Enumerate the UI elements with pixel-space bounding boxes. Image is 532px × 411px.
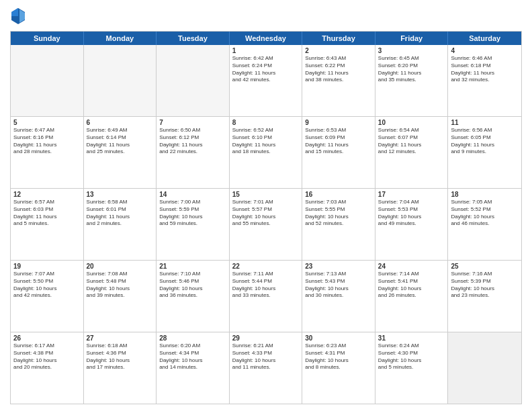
cell-text: Sunrise: 6:42 AM Sunset: 6:24 PM Dayligh… — [232, 55, 300, 84]
cell-text: Sunrise: 7:03 AM Sunset: 5:55 PM Dayligh… — [305, 199, 372, 228]
day-number: 8 — [232, 119, 300, 126]
calendar-cell: 29Sunrise: 6:21 AM Sunset: 4:33 PM Dayli… — [230, 332, 303, 404]
cell-text: Sunrise: 6:21 AM Sunset: 4:33 PM Dayligh… — [232, 342, 300, 371]
day-number: 17 — [378, 191, 445, 198]
calendar-cell: 12Sunrise: 6:57 AM Sunset: 6:03 PM Dayli… — [11, 189, 84, 260]
day-number: 15 — [232, 191, 300, 198]
calendar-cell: 6Sunrise: 6:49 AM Sunset: 6:14 PM Daylig… — [84, 117, 157, 188]
cell-text: Sunrise: 6:56 AM Sunset: 6:05 PM Dayligh… — [451, 127, 519, 156]
calendar-cell: 28Sunrise: 6:20 AM Sunset: 4:34 PM Dayli… — [157, 332, 230, 404]
calendar-cell: 19Sunrise: 7:07 AM Sunset: 5:50 PM Dayli… — [11, 261, 84, 332]
cell-text: Sunrise: 6:49 AM Sunset: 6:14 PM Dayligh… — [87, 127, 154, 156]
calendar-cell: 4Sunrise: 6:46 AM Sunset: 6:18 PM Daylig… — [448, 45, 521, 116]
day-number: 1 — [232, 47, 300, 54]
cell-text: Sunrise: 7:11 AM Sunset: 5:44 PM Dayligh… — [232, 271, 300, 300]
cell-text: Sunrise: 6:43 AM Sunset: 6:22 PM Dayligh… — [305, 55, 372, 84]
calendar-cell: 25Sunrise: 7:16 AM Sunset: 5:39 PM Dayli… — [448, 261, 521, 332]
cell-text: Sunrise: 6:58 AM Sunset: 6:01 PM Dayligh… — [87, 199, 154, 228]
cell-text: Sunrise: 6:57 AM Sunset: 6:03 PM Dayligh… — [13, 199, 81, 228]
cell-text: Sunrise: 7:01 AM Sunset: 5:57 PM Dayligh… — [232, 199, 300, 228]
calendar-cell: 13Sunrise: 6:58 AM Sunset: 6:01 PM Dayli… — [84, 189, 157, 260]
calendar-cell: 24Sunrise: 7:14 AM Sunset: 5:41 PM Dayli… — [375, 261, 449, 332]
calendar-cell: 7Sunrise: 6:50 AM Sunset: 6:12 PM Daylig… — [157, 117, 230, 188]
page: SundayMondayTuesdayWednesdayThursdayFrid… — [0, 0, 532, 411]
day-number: 10 — [378, 119, 445, 126]
day-number: 30 — [305, 334, 372, 342]
calendar-cell: 16Sunrise: 7:03 AM Sunset: 5:55 PM Dayli… — [302, 189, 375, 260]
day-number: 23 — [305, 263, 372, 270]
calendar-cell: 30Sunrise: 6:23 AM Sunset: 4:31 PM Dayli… — [302, 332, 375, 404]
calendar-cell: 8Sunrise: 6:52 AM Sunset: 6:10 PM Daylig… — [230, 117, 303, 188]
cell-text: Sunrise: 7:08 AM Sunset: 5:48 PM Dayligh… — [87, 271, 154, 300]
day-number: 20 — [87, 263, 154, 270]
weekday-header: Wednesday — [230, 32, 303, 45]
calendar-cell: 17Sunrise: 7:04 AM Sunset: 5:53 PM Dayli… — [375, 189, 449, 260]
header — [10, 7, 522, 26]
svg-marker-1 — [19, 9, 25, 23]
weekday-header: Saturday — [448, 32, 521, 45]
cell-text: Sunrise: 6:46 AM Sunset: 6:18 PM Dayligh… — [451, 55, 519, 84]
calendar-cell: 10Sunrise: 6:54 AM Sunset: 6:07 PM Dayli… — [375, 117, 449, 188]
calendar-cell: 5Sunrise: 6:47 AM Sunset: 6:16 PM Daylig… — [11, 117, 84, 188]
cell-text: Sunrise: 7:07 AM Sunset: 5:50 PM Dayligh… — [13, 271, 81, 300]
day-number: 18 — [451, 191, 519, 198]
day-number: 21 — [159, 263, 226, 270]
weekday-header: Monday — [84, 32, 157, 45]
calendar-cell — [448, 332, 521, 404]
calendar-cell: 20Sunrise: 7:08 AM Sunset: 5:48 PM Dayli… — [84, 261, 157, 332]
calendar-cell — [11, 45, 84, 116]
calendar-cell: 3Sunrise: 6:45 AM Sunset: 6:20 PM Daylig… — [375, 45, 449, 116]
day-number: 11 — [451, 119, 519, 126]
cell-text: Sunrise: 6:54 AM Sunset: 6:07 PM Dayligh… — [378, 127, 445, 156]
cell-text: Sunrise: 6:45 AM Sunset: 6:20 PM Dayligh… — [378, 55, 445, 84]
calendar-cell — [157, 45, 230, 116]
cell-text: Sunrise: 6:24 AM Sunset: 4:30 PM Dayligh… — [378, 342, 445, 371]
cell-text: Sunrise: 7:00 AM Sunset: 5:59 PM Dayligh… — [159, 199, 226, 228]
day-number: 5 — [13, 119, 81, 126]
calendar-cell: 22Sunrise: 7:11 AM Sunset: 5:44 PM Dayli… — [230, 261, 303, 332]
calendar-cell: 15Sunrise: 7:01 AM Sunset: 5:57 PM Dayli… — [230, 189, 303, 260]
cell-text: Sunrise: 6:47 AM Sunset: 6:16 PM Dayligh… — [13, 127, 81, 156]
calendar-row: 26Sunrise: 6:17 AM Sunset: 4:38 PM Dayli… — [11, 332, 521, 404]
day-number: 24 — [378, 263, 445, 270]
calendar-row: 5Sunrise: 6:47 AM Sunset: 6:16 PM Daylig… — [11, 117, 521, 189]
calendar-cell: 14Sunrise: 7:00 AM Sunset: 5:59 PM Dayli… — [157, 189, 230, 260]
weekday-header: Thursday — [302, 32, 375, 45]
cell-text: Sunrise: 6:52 AM Sunset: 6:10 PM Dayligh… — [232, 127, 300, 156]
cell-text: Sunrise: 6:50 AM Sunset: 6:12 PM Dayligh… — [159, 127, 226, 156]
cell-text: Sunrise: 6:23 AM Sunset: 4:31 PM Dayligh… — [305, 342, 372, 371]
day-number: 13 — [87, 191, 154, 198]
calendar: SundayMondayTuesdayWednesdayThursdayFrid… — [10, 31, 522, 404]
calendar-cell — [84, 45, 157, 116]
day-number: 6 — [87, 119, 154, 126]
day-number: 28 — [159, 334, 226, 342]
calendar-cell: 11Sunrise: 6:56 AM Sunset: 6:05 PM Dayli… — [448, 117, 521, 188]
day-number: 7 — [159, 119, 226, 126]
day-number: 29 — [232, 334, 300, 342]
cell-text: Sunrise: 6:17 AM Sunset: 4:38 PM Dayligh… — [13, 342, 81, 371]
cell-text: Sunrise: 7:05 AM Sunset: 5:52 PM Dayligh… — [451, 199, 519, 228]
day-number: 22 — [232, 263, 300, 270]
day-number: 25 — [451, 263, 519, 270]
day-number: 16 — [305, 191, 372, 198]
cell-text: Sunrise: 6:18 AM Sunset: 4:36 PM Dayligh… — [87, 342, 154, 371]
cell-text: Sunrise: 7:10 AM Sunset: 5:46 PM Dayligh… — [159, 271, 226, 300]
weekday-header: Sunday — [11, 32, 84, 45]
cell-text: Sunrise: 6:20 AM Sunset: 4:34 PM Dayligh… — [159, 342, 226, 371]
calendar-row: 1Sunrise: 6:42 AM Sunset: 6:24 PM Daylig… — [11, 45, 521, 117]
logo — [10, 7, 28, 26]
day-number: 31 — [378, 334, 445, 342]
weekday-header: Tuesday — [157, 32, 230, 45]
weekday-header: Friday — [375, 32, 449, 45]
calendar-cell: 1Sunrise: 6:42 AM Sunset: 6:24 PM Daylig… — [230, 45, 303, 116]
day-number: 14 — [159, 191, 226, 198]
day-number: 9 — [305, 119, 372, 126]
calendar-cell: 18Sunrise: 7:05 AM Sunset: 5:52 PM Dayli… — [448, 189, 521, 260]
cell-text: Sunrise: 7:13 AM Sunset: 5:43 PM Dayligh… — [305, 271, 372, 300]
calendar-row: 12Sunrise: 6:57 AM Sunset: 6:03 PM Dayli… — [11, 189, 521, 261]
calendar-cell: 23Sunrise: 7:13 AM Sunset: 5:43 PM Dayli… — [302, 261, 375, 332]
svg-marker-2 — [11, 8, 18, 16]
calendar-row: 19Sunrise: 7:07 AM Sunset: 5:50 PM Dayli… — [11, 261, 521, 332]
day-number: 19 — [13, 263, 81, 270]
cell-text: Sunrise: 7:14 AM Sunset: 5:41 PM Dayligh… — [378, 271, 445, 300]
